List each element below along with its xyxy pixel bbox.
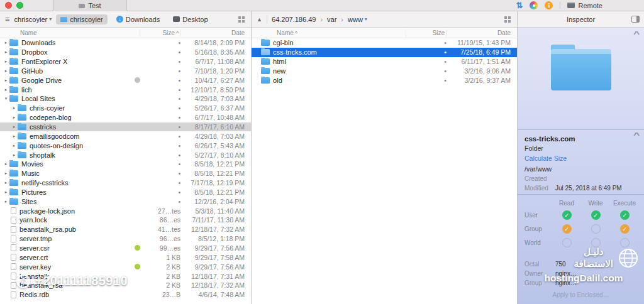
file-row-server.crt[interactable]: server.crt1 KB9/29/17, 7:58 AM [0, 252, 251, 262]
file-row-package-lock.json[interactable]: package-lock.json27…tes5/3/18, 11:40 AM [0, 206, 251, 215]
toolbar-divider [267, 15, 267, 24]
disclosure-closed-icon[interactable]: ▸ [11, 124, 18, 129]
column-name[interactable]: Name [0, 30, 140, 36]
file-row-codepen-blog[interactable]: ▸codepen-blog•6/7/17, 10:48 AM [0, 113, 251, 122]
transfers-icon[interactable]: ⇅ [516, 1, 523, 9]
column-size-sorted[interactable]: Size [140, 30, 180, 36]
file-row-Downloads[interactable]: ▸Downloads•8/14/18, 2:09 PM [0, 38, 251, 48]
permission-user-write-checkbox[interactable]: ✓ [591, 210, 601, 220]
file-row-css-tricks.com[interactable]: css-tricks.com•7/25/18, 6:49 PM [252, 48, 517, 57]
file-kind: Folder [525, 144, 637, 152]
file-row-quotes-on-design[interactable]: ▸quotes-on-design•6/26/17, 5:43 AM [0, 141, 251, 150]
permission-world-write-checkbox[interactable] [591, 238, 601, 247]
permission-user-execute-checkbox[interactable]: ✓ [620, 210, 630, 220]
file-row-Sites[interactable]: ▸Sites•12/2/16, 2:04 PM [0, 197, 251, 206]
column-date[interactable]: Date [447, 30, 517, 36]
owner-value[interactable]: nginx… [555, 270, 577, 277]
tab-test[interactable]: Test [53, 0, 127, 11]
file-date: 6/7/17, 10:48 AM [180, 114, 251, 121]
file-row-Dropbox[interactable]: ▸Dropbox•5/16/18, 8:35 AM [0, 48, 251, 57]
remote-view-button[interactable]: Remote [567, 2, 602, 9]
alert-icon[interactable]: i [545, 1, 553, 9]
file-row-FontExplorer X[interactable]: ▸FontExplorer X•6/7/17, 11:08 AM [0, 57, 251, 67]
permission-world-read-checkbox[interactable] [562, 238, 572, 247]
file-row-beanstalk_rsa.pub[interactable]: beanstalk_rsa.pub41…tes12/18/17, 7:32 AM [0, 225, 251, 234]
file-name: GitHub [21, 67, 43, 75]
download-icon [116, 16, 123, 23]
disclosure-closed-icon[interactable]: ▸ [3, 78, 9, 83]
parent-directory-icon[interactable]: ▲ [257, 16, 262, 23]
activity-pinwheel-icon[interactable] [530, 1, 538, 9]
file-row-chris-coyier[interactable]: ▸chris-coyier•5/26/17, 6:37 AM [0, 104, 251, 113]
permission-user-read-checkbox[interactable]: ✓ [562, 210, 572, 220]
favorite-desktop[interactable]: Desktop [169, 14, 212, 24]
permission-group-execute-checkbox[interactable]: ✓ [620, 224, 630, 234]
disclosure-closed-icon[interactable]: ▸ [3, 40, 9, 45]
disclosure-closed-icon[interactable]: ▸ [11, 143, 18, 148]
file-row-Movies[interactable]: ▸Movies•8/5/18, 12:21 PM [0, 160, 251, 169]
file-size: 99…es [140, 244, 180, 252]
local-root-dropdown[interactable]: chriscoyier [14, 16, 52, 23]
column-name-sorted[interactable]: Name [252, 30, 406, 36]
file-row-new[interactable]: new•3/2/16, 9:06 AM [252, 67, 517, 76]
sidebar-toggle-icon[interactable]: ≡ [5, 15, 10, 23]
file-row-emailisgoodcom[interactable]: ▸emailisgoodcom•4/29/18, 7:03 AM [0, 131, 251, 141]
permission-group-write-checkbox[interactable] [591, 224, 601, 234]
file-name: Movies [21, 160, 43, 168]
inspector-toggle-icon[interactable] [631, 16, 640, 23]
file-row-beanstalk[interactable]: beanstalk2 KB12/18/17, 7:31 AM [0, 271, 251, 281]
file-row-csstricks[interactable]: ▸csstricks•8/17/17, 6:10 AM [0, 122, 251, 132]
permission-group-read-checkbox[interactable]: ✓ [562, 224, 572, 234]
favorite-chriscoyier[interactable]: chriscoyier [56, 14, 108, 24]
disclosure-closed-icon[interactable]: ▸ [11, 134, 18, 139]
calculate-size-link[interactable]: Calculate Size [525, 155, 567, 162]
file-row-server.tmp[interactable]: server.tmp96…es8/5/12, 1:18 PM [0, 234, 251, 244]
breadcrumb-www-dropdown[interactable]: www [348, 16, 367, 23]
disclosure-closed-icon[interactable]: ▸ [11, 106, 18, 111]
breadcrumb-var[interactable]: var [327, 16, 336, 23]
file-row-netlify-csstricks[interactable]: ▸netlify-csstricks•7/17/18, 12:19 PM [0, 178, 251, 188]
group-value[interactable]: nginx… [555, 280, 577, 286]
disclosure-closed-icon[interactable]: ▸ [3, 199, 9, 204]
file-row-old[interactable]: old•3/2/16, 9:37 AM [252, 75, 517, 85]
disclosure-closed-icon[interactable]: ▸ [3, 180, 9, 185]
disclosure-closed-icon[interactable]: ▸ [3, 50, 9, 55]
file-row-server.csr[interactable]: server.csr99…es9/29/17, 7:56 AM [0, 244, 251, 253]
zoom-button[interactable] [16, 2, 23, 9]
disclosure-closed-icon[interactable]: ▸ [3, 59, 9, 64]
disclosure-closed-icon[interactable]: ▸ [11, 115, 18, 120]
breadcrumb-host[interactable]: 64.207.186.49 [272, 16, 316, 23]
file-date: 9/29/17, 7:56 AM [180, 244, 251, 252]
file-row-Google Drive[interactable]: ▸Google Drive•10/4/17, 6:27 AM [0, 75, 251, 85]
file-row-html[interactable]: html•6/11/17, 1:51 AM [252, 57, 517, 67]
file-row-beanstalk_rsa[interactable]: beanstalk_rsa2 KB12/18/17, 7:32 AM [0, 281, 251, 290]
file-row-Redis.rdb[interactable]: Redis.rdb23…B4/6/14, 7:48 AM [0, 290, 251, 300]
favorite-downloads[interactable]: Downloads [112, 14, 164, 24]
disclosure-open-icon[interactable]: ▾ [3, 96, 9, 101]
collapse-preview-icon[interactable] [633, 31, 640, 38]
view-options-icon[interactable] [504, 16, 507, 19]
disclosure-closed-icon[interactable]: ▸ [3, 68, 9, 73]
file-icon [11, 207, 16, 214]
disclosure-closed-icon[interactable]: ▸ [3, 171, 9, 176]
file-name: html [273, 58, 286, 65]
file-row-cgi-bin[interactable]: cgi-bin•11/19/15, 1:43 PM [252, 38, 517, 48]
column-date[interactable]: Date [180, 30, 251, 36]
column-size[interactable]: Size [406, 30, 447, 36]
disclosure-closed-icon[interactable]: ▸ [11, 153, 18, 158]
disclosure-closed-icon[interactable]: ▸ [3, 190, 9, 195]
file-row-lich[interactable]: ▸lich•12/10/17, 8:50 PM [0, 85, 251, 94]
close-button[interactable] [5, 2, 12, 9]
apply-to-enclosed-button[interactable]: Apply to Enclosed… [518, 291, 644, 298]
file-row-Local Sites[interactable]: ▾Local Sites•4/29/18, 7:03 AM [0, 94, 251, 104]
file-row-yarn.lock[interactable]: yarn.lock86…es7/11/17, 11:30 AM [0, 215, 251, 225]
file-row-Music[interactable]: ▸Music•8/5/18, 12:21 PM [0, 169, 251, 178]
file-row-server.key[interactable]: server.key2 KB9/29/17, 7:56 AM [0, 262, 251, 271]
permission-world-execute-checkbox[interactable] [620, 238, 630, 247]
view-options-icon[interactable] [238, 16, 241, 19]
file-row-shoptalk[interactable]: ▸shoptalk•5/27/17, 8:10 AM [0, 150, 251, 160]
file-row-Pictures[interactable]: ▸Pictures•8/5/18, 12:21 PM [0, 188, 251, 197]
file-row-GitHub[interactable]: ▸GitHub•7/10/18, 1:20 PM [0, 67, 251, 76]
disclosure-closed-icon[interactable]: ▸ [3, 161, 9, 166]
disclosure-closed-icon[interactable]: ▸ [3, 87, 9, 92]
